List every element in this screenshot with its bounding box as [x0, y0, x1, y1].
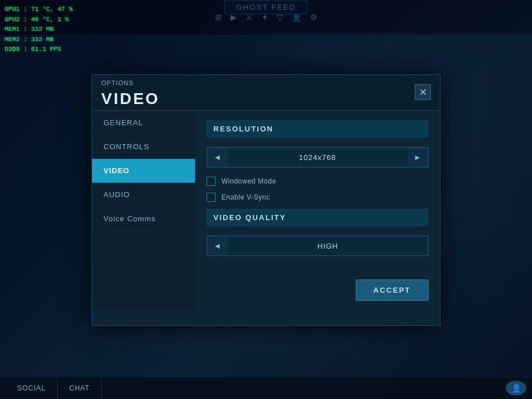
sidebar-item-video[interactable]: VIDEO: [92, 159, 195, 183]
quality-prev-button[interactable]: ◄: [207, 236, 228, 256]
modal-body: GENERAL CONTROLS VIDEO AUDIO Voice Comms…: [92, 111, 440, 310]
resolution-value: 1024x768: [228, 153, 407, 162]
accept-button[interactable]: ACCEPT: [356, 280, 428, 301]
gpu-stats-panel: GPU1 : 71 °C, 47 % GPU2 : 46 °C, 1 % MEM…: [5, 5, 73, 55]
resolution-prev-button[interactable]: ◄: [207, 147, 228, 167]
mem2-stat: MEM2 : 332 MB: [5, 35, 73, 45]
sidebar-item-controls[interactable]: CONTROLS: [92, 135, 195, 159]
options-modal: OPTIONS VIDEO ✕ GENERAL CONTROLS VIDEO A…: [92, 74, 440, 326]
gpu1-stat: GPU1 : 71 °C, 47 %: [5, 5, 73, 15]
sidebar-item-audio[interactable]: AUDIO: [92, 183, 195, 207]
social-tab[interactable]: SOCIAL: [6, 377, 58, 399]
avatar-icon: 👤: [511, 384, 521, 393]
chat-tab[interactable]: CHAT: [58, 377, 102, 399]
vsync-row[interactable]: Enable V-Sync: [207, 193, 428, 202]
resolution-header: RESOLUTION: [207, 120, 428, 138]
bottom-bar: SOCIAL CHAT 👤: [0, 377, 532, 399]
sidebar-item-general[interactable]: GENERAL: [92, 111, 195, 135]
modal-sidebar: GENERAL CONTROLS VIDEO AUDIO Voice Comms: [92, 111, 195, 310]
resolution-next-button[interactable]: ►: [407, 147, 428, 167]
gpu2-stat: GPU2 : 46 °C, 1 %: [5, 15, 73, 25]
accept-button-container: ACCEPT: [356, 280, 428, 301]
bottom-avatar[interactable]: 👤: [506, 381, 526, 396]
windowed-mode-label: Windowed Mode: [221, 177, 276, 185]
vsync-checkbox[interactable]: [207, 193, 216, 202]
close-button[interactable]: ✕: [415, 84, 431, 100]
quality-value: HIGH: [228, 242, 428, 250]
quality-selector: ◄ HIGH: [207, 236, 428, 256]
d3d9-stat: D3D9 : 61.1 FPS: [5, 45, 73, 55]
quality-header: VIDEO QUALITY: [207, 209, 428, 226]
modal-title: VIDEO: [101, 90, 160, 108]
windowed-mode-checkbox[interactable]: [207, 177, 216, 186]
windowed-mode-row[interactable]: Windowed Mode: [207, 177, 428, 186]
sidebar-item-voice-comms[interactable]: Voice Comms: [92, 207, 195, 231]
modal-content-area: RESOLUTION ◄ 1024x768 ► Windowed Mode En…: [195, 111, 440, 310]
vsync-label: Enable V-Sync: [221, 193, 270, 201]
resolution-selector: ◄ 1024x768 ►: [207, 147, 428, 167]
mem1-stat: MEM1 : 332 MB: [5, 25, 73, 35]
options-label: OPTIONS: [101, 79, 134, 86]
